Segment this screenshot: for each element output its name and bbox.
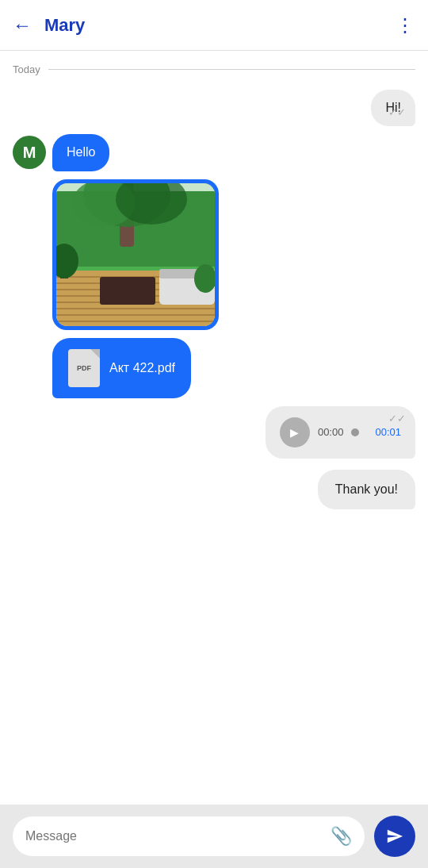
message-row: Hi! ✓✓ — [13, 90, 415, 126]
send-button[interactable] — [374, 816, 415, 857]
pdf-bubble[interactable]: PDF Акт 422.pdf — [52, 338, 191, 398]
message-row: PDF Акт 422.pdf — [13, 338, 415, 398]
voice-dot — [351, 428, 359, 436]
message-row: Thank you! — [13, 467, 415, 509]
garden-image-svg — [56, 183, 215, 326]
chat-header: ← Mary ⋮ — [0, 0, 428, 51]
voice-bubble: ✓✓ ▶ 00:00 00:01 — [266, 406, 415, 459]
svg-rect-16 — [100, 277, 155, 305]
message-bubble-thankyou: Thank you! — [318, 470, 415, 509]
message-bubble-hi: Hi! ✓✓ — [371, 90, 415, 126]
image-bubble[interactable] — [52, 179, 219, 330]
play-button[interactable]: ▶ — [280, 417, 310, 447]
attach-icon[interactable]: 📎 — [331, 826, 352, 847]
voice-check: ✓✓ — [388, 413, 406, 424]
message-input[interactable] — [25, 829, 331, 843]
message-check: ✓✓ — [388, 106, 406, 120]
avatar: M — [13, 136, 46, 169]
message-input-wrap: 📎 — [13, 816, 365, 856]
pdf-icon-label: PDF — [77, 364, 91, 372]
message-text: Hello — [67, 145, 95, 159]
menu-button[interactable]: ⋮ — [396, 14, 415, 36]
divider-line — [48, 69, 415, 70]
message-row: M Hello — [13, 134, 415, 171]
message-row: ✓✓ ▶ 00:00 00:01 — [13, 406, 415, 459]
chat-area: Today Hi! ✓✓ M Hello — [0, 51, 428, 805]
pdf-icon: PDF — [68, 349, 100, 387]
image-placeholder — [56, 183, 215, 326]
date-label: Today — [13, 63, 40, 75]
date-divider: Today — [13, 63, 415, 75]
input-area: 📎 — [0, 805, 428, 868]
back-button[interactable]: ← — [13, 14, 32, 36]
message-text: Thank you! — [335, 482, 398, 496]
voice-time-end: 00:01 — [375, 426, 401, 438]
send-icon — [386, 828, 403, 845]
contact-name: Mary — [44, 15, 396, 36]
pdf-filename: Акт 422.pdf — [109, 361, 175, 375]
message-bubble-hello: Hello — [52, 134, 109, 171]
message-row — [13, 179, 415, 330]
voice-time-start: 00:00 — [318, 426, 344, 438]
